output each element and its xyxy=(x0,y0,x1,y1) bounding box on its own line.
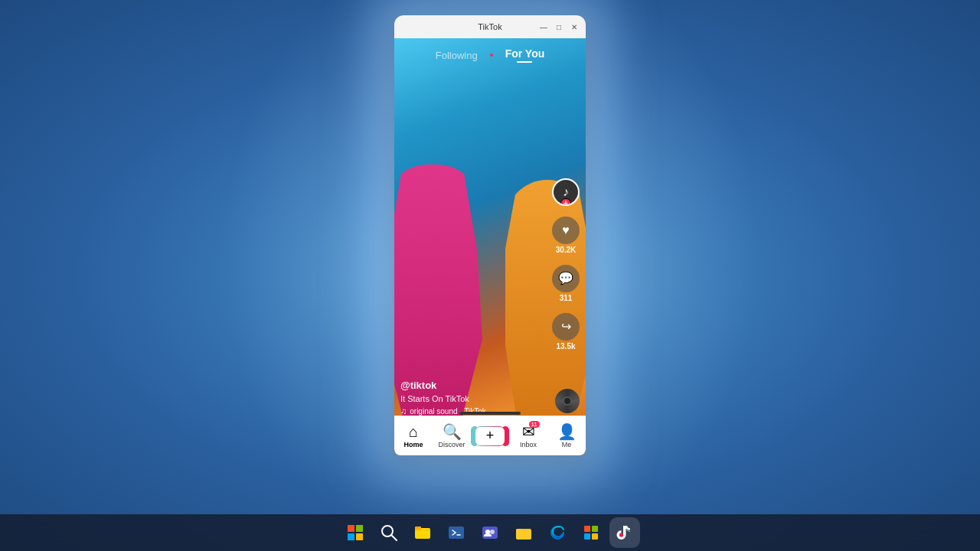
svg-line-5 xyxy=(391,535,397,540)
like-button[interactable]: ♥ 30.2K xyxy=(552,217,580,254)
right-actions: ♪ + ♥ 30.2K 💬 311 ↪ 13.5k xyxy=(552,178,580,350)
svg-rect-16 xyxy=(584,533,590,540)
edge-button[interactable] xyxy=(542,517,573,548)
scroll-indicator xyxy=(459,412,521,415)
comment-count: 311 xyxy=(560,294,573,302)
video-description: It Starts On TikTok xyxy=(400,394,547,403)
svg-rect-7 xyxy=(415,527,421,530)
video-info: @tiktok It Starts On TikTok ♫ original s… xyxy=(400,380,547,416)
inbox-badge-wrapper: ✉ 11 xyxy=(522,424,535,439)
inbox-badge-count: 11 xyxy=(529,421,540,428)
search-taskbar-button[interactable] xyxy=(374,517,404,548)
folder-taskbar-icon xyxy=(514,523,533,542)
add-icon: + xyxy=(475,427,505,445)
nav-home[interactable]: ⌂ Home xyxy=(394,424,433,448)
title-bar: TikTok — □ ✕ xyxy=(394,15,586,38)
nav-discover[interactable]: 🔍 Discover xyxy=(433,424,471,448)
share-button[interactable]: ↪ 13.5k xyxy=(552,313,580,350)
minimize-button[interactable]: — xyxy=(538,21,549,32)
app-content: Following For You ♪ + ♥ 30.2K 💬 311 xyxy=(394,38,586,455)
nav-me[interactable]: 👤 Me xyxy=(547,424,586,448)
svg-rect-10 xyxy=(482,527,498,539)
add-button[interactable]: + xyxy=(475,426,505,446)
discover-icon: 🔍 xyxy=(443,424,462,439)
comment-icon: 💬 xyxy=(552,265,580,292)
like-count: 30.2K xyxy=(556,246,577,254)
vinyl-record xyxy=(555,389,580,413)
tiktok-logo-icon: ♪ xyxy=(563,185,569,199)
bottom-navigation: ⌂ Home 🔍 Discover + ✉ 11 Inbox 👤 xyxy=(394,416,586,455)
store-taskbar-icon xyxy=(582,523,600,542)
windows-icon xyxy=(346,523,364,542)
svg-point-12 xyxy=(490,530,495,534)
nav-discover-label: Discover xyxy=(438,441,465,448)
home-icon: ⌂ xyxy=(409,424,418,439)
svg-rect-15 xyxy=(592,526,598,532)
nav-following[interactable]: Following xyxy=(436,50,478,61)
file-explorer-taskbar-icon xyxy=(413,523,432,542)
vinyl-inner xyxy=(563,396,572,406)
tiktok-taskbar-icon xyxy=(616,523,634,542)
taskbar xyxy=(0,514,980,551)
svg-rect-6 xyxy=(415,528,430,539)
terminal-taskbar-icon xyxy=(447,523,466,542)
tiktok-window: TikTok — □ ✕ Following For You xyxy=(394,15,586,455)
creator-avatar[interactable]: ♪ + xyxy=(552,178,580,206)
video-username[interactable]: @tiktok xyxy=(400,380,547,391)
window-controls: — □ ✕ xyxy=(538,21,580,32)
nav-me-label: Me xyxy=(562,441,572,448)
teams-taskbar-icon xyxy=(481,523,499,542)
top-nav: Following For You xyxy=(394,38,586,72)
music-note-icon: ♫ xyxy=(400,406,407,416)
maximize-button[interactable]: □ xyxy=(554,21,564,32)
terminal-button[interactable] xyxy=(441,517,472,548)
folder-button[interactable] xyxy=(508,517,539,548)
start-button[interactable] xyxy=(340,517,371,548)
nav-dot xyxy=(490,54,493,57)
svg-rect-2 xyxy=(348,533,354,540)
svg-rect-3 xyxy=(356,533,363,540)
nav-add[interactable]: + xyxy=(471,426,509,446)
comment-button[interactable]: 💬 311 xyxy=(552,265,580,302)
nav-home-label: Home xyxy=(403,441,423,448)
search-taskbar-icon xyxy=(380,523,398,542)
svg-rect-0 xyxy=(348,525,354,532)
svg-rect-14 xyxy=(584,526,590,532)
tiktok-app-button[interactable] xyxy=(609,517,640,548)
store-button[interactable] xyxy=(576,517,606,548)
share-icon: ↪ xyxy=(552,313,580,341)
nav-inbox-label: Inbox xyxy=(520,441,537,448)
profile-icon: 👤 xyxy=(557,424,577,439)
nav-foryou[interactable]: For You xyxy=(505,47,545,63)
svg-rect-17 xyxy=(592,533,598,540)
share-count: 13.5k xyxy=(556,342,575,350)
svg-rect-1 xyxy=(356,525,363,532)
teams-button[interactable] xyxy=(475,517,505,548)
edge-taskbar-icon xyxy=(548,523,567,542)
file-explorer-button[interactable] xyxy=(407,517,438,548)
nav-inbox[interactable]: ✉ 11 Inbox xyxy=(509,424,547,448)
follow-plus-icon: + xyxy=(560,198,571,206)
heart-icon: ♥ xyxy=(552,217,580,244)
close-button[interactable]: ✕ xyxy=(569,21,580,32)
window-title: TikTok xyxy=(478,22,501,31)
